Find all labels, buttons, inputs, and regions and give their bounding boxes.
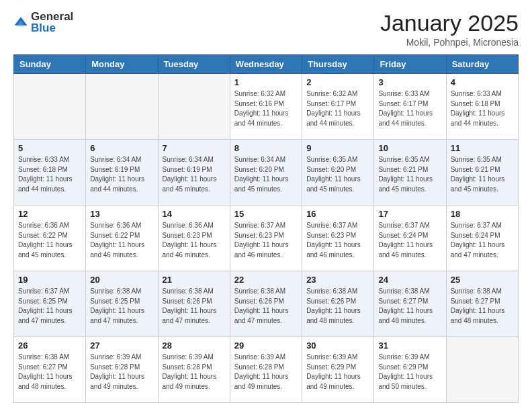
day-number: 12: [18, 209, 81, 219]
table-row: 20Sunrise: 6:38 AM Sunset: 6:25 PM Dayli…: [86, 271, 158, 337]
day-number: 30: [306, 340, 369, 351]
table-row: 19Sunrise: 6:37 AM Sunset: 6:25 PM Dayli…: [14, 271, 86, 337]
table-row: [158, 74, 230, 140]
table-row: 18Sunrise: 6:37 AM Sunset: 6:24 PM Dayli…: [446, 205, 518, 271]
day-info: Sunrise: 6:37 AM Sunset: 6:25 PM Dayligh…: [18, 287, 81, 326]
location: Mokil, Pohnpei, Micronesia: [380, 37, 519, 48]
day-info: Sunrise: 6:39 AM Sunset: 6:28 PM Dayligh…: [234, 353, 298, 392]
day-info: Sunrise: 6:38 AM Sunset: 6:26 PM Dayligh…: [163, 287, 226, 326]
table-row: [446, 337, 518, 403]
day-info: Sunrise: 6:33 AM Sunset: 6:17 PM Dayligh…: [378, 89, 441, 128]
logo-icon: [13, 15, 28, 30]
table-row: [86, 74, 158, 140]
day-number: 1: [234, 77, 298, 87]
header-friday: Friday: [374, 55, 446, 74]
calendar-table: Sunday Monday Tuesday Wednesday Thursday…: [13, 54, 519, 403]
table-row: 28Sunrise: 6:39 AM Sunset: 6:28 PM Dayli…: [158, 337, 230, 403]
table-row: 16Sunrise: 6:37 AM Sunset: 6:23 PM Dayli…: [302, 205, 374, 271]
day-number: 11: [451, 143, 514, 153]
day-info: Sunrise: 6:37 AM Sunset: 6:23 PM Dayligh…: [234, 221, 298, 260]
logo-general: General: [31, 11, 73, 22]
table-row: 11Sunrise: 6:35 AM Sunset: 6:21 PM Dayli…: [446, 140, 518, 205]
day-info: Sunrise: 6:36 AM Sunset: 6:22 PM Dayligh…: [90, 221, 153, 260]
table-row: 21Sunrise: 6:38 AM Sunset: 6:26 PM Dayli…: [158, 271, 230, 337]
table-row: 8Sunrise: 6:34 AM Sunset: 6:20 PM Daylig…: [230, 140, 302, 205]
day-number: 24: [378, 275, 441, 285]
table-row: 5Sunrise: 6:33 AM Sunset: 6:18 PM Daylig…: [14, 140, 86, 205]
header-monday: Monday: [86, 55, 158, 74]
table-row: 2Sunrise: 6:32 AM Sunset: 6:17 PM Daylig…: [302, 74, 374, 140]
day-info: Sunrise: 6:36 AM Sunset: 6:23 PM Dayligh…: [163, 221, 226, 260]
calendar-week-row: 1Sunrise: 6:32 AM Sunset: 6:16 PM Daylig…: [14, 74, 519, 140]
day-info: Sunrise: 6:39 AM Sunset: 6:28 PM Dayligh…: [163, 353, 226, 392]
logo: General Blue: [13, 11, 73, 34]
logo-blue: Blue: [31, 22, 73, 34]
day-number: 29: [234, 340, 298, 351]
table-row: 1Sunrise: 6:32 AM Sunset: 6:16 PM Daylig…: [230, 74, 302, 140]
day-info: Sunrise: 6:32 AM Sunset: 6:17 PM Dayligh…: [306, 89, 369, 128]
calendar-week-row: 5Sunrise: 6:33 AM Sunset: 6:18 PM Daylig…: [14, 140, 519, 205]
day-info: Sunrise: 6:34 AM Sunset: 6:20 PM Dayligh…: [234, 155, 298, 194]
day-info: Sunrise: 6:34 AM Sunset: 6:19 PM Dayligh…: [163, 155, 226, 194]
table-row: 24Sunrise: 6:38 AM Sunset: 6:27 PM Dayli…: [374, 271, 446, 337]
table-row: 23Sunrise: 6:38 AM Sunset: 6:26 PM Dayli…: [302, 271, 374, 337]
day-number: 6: [90, 143, 153, 153]
day-info: Sunrise: 6:37 AM Sunset: 6:23 PM Dayligh…: [306, 221, 369, 260]
day-number: 13: [90, 209, 153, 219]
day-number: 3: [378, 77, 441, 87]
table-row: 22Sunrise: 6:38 AM Sunset: 6:26 PM Dayli…: [230, 271, 302, 337]
table-row: 3Sunrise: 6:33 AM Sunset: 6:17 PM Daylig…: [374, 74, 446, 140]
day-number: 4: [451, 77, 514, 87]
day-number: 15: [234, 209, 298, 219]
day-info: Sunrise: 6:37 AM Sunset: 6:24 PM Dayligh…: [451, 221, 514, 260]
day-number: 28: [163, 340, 226, 351]
page: General Blue January 2025 Mokil, Pohnpei…: [0, 0, 532, 411]
day-info: Sunrise: 6:38 AM Sunset: 6:27 PM Dayligh…: [451, 287, 514, 326]
day-info: Sunrise: 6:34 AM Sunset: 6:19 PM Dayligh…: [90, 155, 153, 194]
table-row: 6Sunrise: 6:34 AM Sunset: 6:19 PM Daylig…: [86, 140, 158, 205]
table-row: 15Sunrise: 6:37 AM Sunset: 6:23 PM Dayli…: [230, 205, 302, 271]
day-info: Sunrise: 6:38 AM Sunset: 6:25 PM Dayligh…: [90, 287, 153, 326]
day-number: 17: [378, 209, 441, 219]
header-sunday: Sunday: [14, 55, 86, 74]
table-row: 27Sunrise: 6:39 AM Sunset: 6:28 PM Dayli…: [86, 337, 158, 403]
table-row: 25Sunrise: 6:38 AM Sunset: 6:27 PM Dayli…: [446, 271, 518, 337]
day-info: Sunrise: 6:39 AM Sunset: 6:29 PM Dayligh…: [378, 353, 441, 392]
day-info: Sunrise: 6:39 AM Sunset: 6:28 PM Dayligh…: [90, 353, 153, 392]
calendar-week-row: 19Sunrise: 6:37 AM Sunset: 6:25 PM Dayli…: [14, 271, 519, 337]
day-info: Sunrise: 6:39 AM Sunset: 6:29 PM Dayligh…: [306, 353, 369, 392]
day-number: 22: [234, 275, 298, 285]
day-info: Sunrise: 6:32 AM Sunset: 6:16 PM Dayligh…: [234, 89, 298, 128]
day-info: Sunrise: 6:35 AM Sunset: 6:21 PM Dayligh…: [451, 155, 514, 194]
calendar-header-row: Sunday Monday Tuesday Wednesday Thursday…: [14, 55, 519, 74]
day-number: 9: [306, 143, 369, 153]
logo-text: General Blue: [31, 11, 73, 34]
table-row: 4Sunrise: 6:33 AM Sunset: 6:18 PM Daylig…: [446, 74, 518, 140]
table-row: 7Sunrise: 6:34 AM Sunset: 6:19 PM Daylig…: [158, 140, 230, 205]
header-wednesday: Wednesday: [230, 55, 302, 74]
day-number: 20: [90, 275, 153, 285]
table-row: 30Sunrise: 6:39 AM Sunset: 6:29 PM Dayli…: [302, 337, 374, 403]
day-number: 5: [18, 143, 81, 153]
day-number: 21: [163, 275, 226, 285]
day-number: 18: [451, 209, 514, 219]
day-number: 26: [18, 340, 81, 351]
table-row: 26Sunrise: 6:38 AM Sunset: 6:27 PM Dayli…: [14, 337, 86, 403]
table-row: 29Sunrise: 6:39 AM Sunset: 6:28 PM Dayli…: [230, 337, 302, 403]
day-info: Sunrise: 6:38 AM Sunset: 6:27 PM Dayligh…: [378, 287, 441, 326]
day-number: 8: [234, 143, 298, 153]
day-info: Sunrise: 6:33 AM Sunset: 6:18 PM Dayligh…: [451, 89, 514, 128]
day-number: 2: [306, 77, 369, 87]
day-info: Sunrise: 6:35 AM Sunset: 6:21 PM Dayligh…: [378, 155, 441, 194]
table-row: [14, 74, 86, 140]
day-info: Sunrise: 6:38 AM Sunset: 6:26 PM Dayligh…: [234, 287, 298, 326]
calendar-week-row: 12Sunrise: 6:36 AM Sunset: 6:22 PM Dayli…: [14, 205, 519, 271]
day-number: 14: [163, 209, 226, 219]
header: General Blue January 2025 Mokil, Pohnpei…: [13, 11, 519, 48]
day-info: Sunrise: 6:33 AM Sunset: 6:18 PM Dayligh…: [18, 155, 81, 194]
day-info: Sunrise: 6:38 AM Sunset: 6:26 PM Dayligh…: [306, 287, 369, 326]
header-thursday: Thursday: [302, 55, 374, 74]
calendar-week-row: 26Sunrise: 6:38 AM Sunset: 6:27 PM Dayli…: [14, 337, 519, 403]
table-row: 17Sunrise: 6:37 AM Sunset: 6:24 PM Dayli…: [374, 205, 446, 271]
table-row: 31Sunrise: 6:39 AM Sunset: 6:29 PM Dayli…: [374, 337, 446, 403]
